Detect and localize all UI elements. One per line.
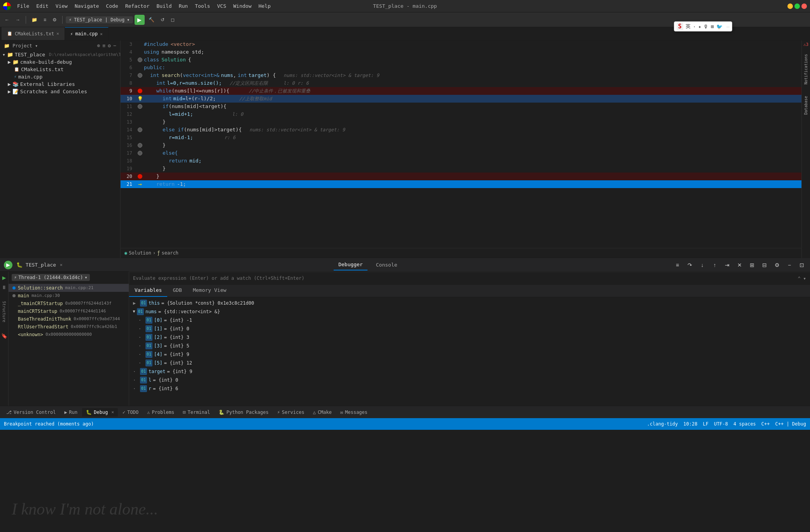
menu-build[interactable]: Build <box>154 2 175 10</box>
eval-dropdown-btn[interactable]: ▾ <box>803 276 806 281</box>
debug-close-icon[interactable]: ✕ <box>60 262 63 267</box>
settings-sidebar-icon[interactable]: ⚙ <box>108 43 111 49</box>
expand-this[interactable]: ▶ <box>133 300 138 307</box>
debug-close-x[interactable]: ✕ <box>111 410 114 415</box>
stack-item-4[interactable]: BaseThreadInitThunk 0x00007ffc9abd7344 <box>9 315 129 323</box>
maximize-button[interactable] <box>794 3 800 9</box>
ime-dot[interactable]: · <box>693 24 696 30</box>
file-type-status[interactable]: C++ <box>761 421 770 427</box>
close-button[interactable] <box>801 3 807 9</box>
debug-continue-button[interactable]: ▶ <box>4 261 12 269</box>
expand-3[interactable]: · <box>138 342 144 349</box>
run-to-cursor-btn[interactable]: ⇥ <box>723 261 731 269</box>
structure-label[interactable]: Structure <box>2 301 6 322</box>
resume-struct-btn[interactable]: ▶ <box>2 274 6 281</box>
step-over-btn[interactable]: ↷ <box>686 261 694 269</box>
tab-todo[interactable]: ✓ TODO <box>119 408 142 417</box>
stack-item-2[interactable]: _tmainCRTStartup 0x00007ff6244d143f <box>9 300 129 307</box>
collapse-icon[interactable]: ≡ <box>103 43 106 49</box>
expand-target[interactable]: · <box>133 368 138 375</box>
fold-16[interactable] <box>138 143 142 148</box>
run-configuration[interactable]: ⚡ TEST_place | Debug ▾ <box>66 16 133 23</box>
expand-5[interactable]: · <box>138 359 144 366</box>
tree-cmakelists[interactable]: 📋 CMakeLists.txt <box>0 66 120 73</box>
close-sidebar-icon[interactable]: − <box>113 43 116 49</box>
expand-debug-btn[interactable]: ⊡ <box>798 261 806 269</box>
breadcrumb-solution[interactable]: Solution <box>129 250 151 256</box>
forward-button[interactable]: → <box>13 16 23 24</box>
menu-navigate[interactable]: Navigate <box>72 2 102 10</box>
step-into-btn[interactable]: ↓ <box>698 261 707 269</box>
vars-tab-variables[interactable]: Variables <box>129 285 167 297</box>
stack-item-0[interactable]: Solution::search main.cpp:21 <box>9 284 129 292</box>
locate-icon[interactable]: ⊕ <box>97 43 100 49</box>
menu-file[interactable]: File <box>14 2 32 10</box>
close-debug-btn[interactable]: − <box>785 261 794 269</box>
tab-debug[interactable]: 🐛 Debug ✕ <box>82 408 118 417</box>
stack-item-3[interactable]: mainCRTStartup 0x00007ff6244d1146 <box>9 307 129 315</box>
encoding-status[interactable]: UTF-8 <box>714 421 728 427</box>
tab-run[interactable]: ▶ Run <box>60 408 81 417</box>
project-view-button[interactable]: 📁 <box>29 16 40 24</box>
tab-cmakelists-close[interactable]: ✕ <box>56 31 59 36</box>
database-label[interactable]: Database <box>804 96 808 115</box>
breakpoint-9[interactable] <box>138 89 142 93</box>
tab-services[interactable]: ⚡ Services <box>273 408 308 417</box>
layout-btn[interactable]: ⊟ <box>760 261 769 269</box>
fold-11[interactable] <box>138 104 142 109</box>
expand-0[interactable]: · <box>138 317 144 324</box>
code-editor[interactable]: 3 #include <vector> 4 using namespace st… <box>121 40 801 248</box>
tab-cmakelists[interactable]: 📋 CMakeLists.txt ✕ <box>2 27 65 40</box>
vars-tab-memory[interactable]: Memory View <box>187 285 232 297</box>
profile-button[interactable]: ◻ <box>168 16 177 24</box>
clang-tidy-status[interactable]: .clang-tidy <box>647 421 678 427</box>
tab-version-control[interactable]: ⎇ Version Control <box>2 408 59 417</box>
vars-tab-gdb[interactable]: GDB <box>167 285 187 297</box>
pause-struct-btn[interactable]: ⏸ <box>2 284 7 290</box>
step-out-btn[interactable]: ↑ <box>710 261 719 269</box>
menu-vcs[interactable]: VCS <box>214 2 229 10</box>
fold-5[interactable] <box>138 58 142 62</box>
menu-edit[interactable]: Edit <box>33 2 51 10</box>
thread-selector[interactable]: ⚡ Thread-1 (21444.0x1d4c) ▾ <box>12 274 90 281</box>
tab-python-packages[interactable]: 🐍 Python Packages <box>215 408 272 417</box>
tree-scratches[interactable]: ▶ 📝 Scratches and Consoles <box>0 88 120 95</box>
ime-en[interactable]: 英 <box>686 23 691 30</box>
breadcrumb-search[interactable]: search <box>162 250 178 256</box>
fold-14[interactable] <box>138 127 142 132</box>
breakpoint-status[interactable]: Breakpoint reached (moments ago) <box>4 421 94 427</box>
menu-view[interactable]: View <box>52 2 71 10</box>
file-manager-button[interactable]: ≡ <box>41 16 49 24</box>
ime-special[interactable]: ✦ <box>698 24 702 30</box>
stack-item-6[interactable]: <unknown> 0x0000000000000000 <box>9 331 129 338</box>
notifications-label[interactable]: Notifications <box>804 54 808 84</box>
show-frames-btn[interactable]: ≡ <box>673 261 682 269</box>
breakpoint-20[interactable] <box>138 174 142 179</box>
tree-main-cpp[interactable]: ⚡ main.cpp <box>0 73 120 80</box>
expand-r[interactable]: · <box>133 385 138 392</box>
tree-root[interactable]: ▾ 📁 TEST_place D:\realworkspace\algorith… <box>0 51 120 58</box>
menu-code[interactable]: Code <box>103 2 121 10</box>
project-info-status[interactable]: C++ | Debug <box>775 421 806 427</box>
tab-cmake[interactable]: △ CMake <box>309 408 336 417</box>
stack-item-5[interactable]: RtlUserThreadStart 0x00007ffc9ca426b1 <box>9 323 129 331</box>
minimize-button[interactable] <box>787 3 793 9</box>
tab-messages[interactable]: ✉ Messages <box>336 408 371 417</box>
evaluate-btn[interactable]: ✕ <box>735 261 744 269</box>
fold-17[interactable] <box>138 151 142 155</box>
debug-tab-console[interactable]: Console <box>371 260 402 270</box>
frames-view-btn[interactable]: ⊞ <box>748 261 756 269</box>
fold-7[interactable] <box>138 73 142 78</box>
menu-run[interactable]: Run <box>176 2 191 10</box>
collapse-nums[interactable]: ▶ <box>131 310 138 313</box>
menu-window[interactable]: Window <box>230 2 255 10</box>
settings-debug-btn[interactable]: ⚙ <box>773 261 781 269</box>
ime-bird[interactable]: 🐦 <box>716 24 723 30</box>
build-button[interactable]: 🔨 <box>146 16 157 24</box>
tab-terminal[interactable]: ⊡ Terminal <box>179 408 214 417</box>
debug-tab-debugger[interactable]: Debugger <box>334 259 367 270</box>
expand-4[interactable]: · <box>138 351 144 358</box>
tree-cmake-build[interactable]: ▶ 📁 cmake-build-debug <box>0 58 120 66</box>
menu-help[interactable]: Help <box>255 2 274 10</box>
tab-main-cpp-close[interactable]: ✕ <box>100 31 103 37</box>
